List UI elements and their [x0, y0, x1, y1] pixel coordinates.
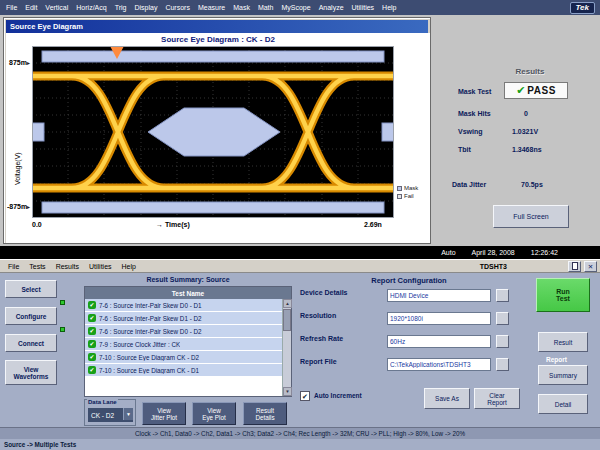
result-details-button[interactable]: Result Details	[243, 402, 287, 425]
summary-button[interactable]: Summary	[538, 365, 588, 385]
app-title: TDSHT3	[480, 263, 507, 270]
select-led-indicator	[60, 300, 65, 305]
menu-edit[interactable]: Edit	[21, 4, 41, 11]
menu-measure[interactable]: Measure	[194, 4, 229, 11]
test-selection-status-bar: Source -> Multiple Tests	[0, 439, 600, 450]
app-menu-file[interactable]: File	[3, 263, 24, 270]
result-summary-table: Test Name ✔ 7-6 : Source Inter-Pair Skew…	[84, 286, 292, 397]
connect-button[interactable]: Connect	[5, 334, 57, 352]
view-waveforms-button[interactable]: View Waveforms	[5, 360, 57, 385]
menu-trig[interactable]: Trig	[111, 4, 131, 11]
app-menu-tests[interactable]: Tests	[24, 263, 50, 270]
table-row[interactable]: ✔ 7-6 : Source Inter-Pair Skew D1 - D2	[85, 312, 283, 325]
table-row[interactable]: ✔ 7-6 : Source Inter-Pair Skew D0 - D1	[85, 299, 283, 312]
eye-diagram-plot	[32, 46, 394, 218]
report-file-field[interactable]	[387, 358, 491, 371]
acquisition-mode: Auto	[441, 249, 455, 256]
result-button[interactable]: Result	[538, 332, 588, 352]
tek-logo: Tek	[570, 2, 596, 14]
device-details-keypad-button[interactable]	[496, 289, 509, 302]
menu-file[interactable]: File	[2, 4, 21, 11]
auto-increment-label: Auto Increment	[314, 392, 362, 399]
menu-myscope[interactable]: MyScope	[277, 4, 314, 11]
configure-led-indicator	[60, 327, 65, 332]
arrow-right-icon: →	[156, 221, 163, 228]
device-details-field[interactable]	[387, 289, 491, 302]
mask-test-result-badge: ✔ PASS	[504, 82, 568, 99]
refresh-rate-keypad-button[interactable]	[496, 335, 509, 348]
table-scrollbar[interactable]: ▲ ▼	[282, 299, 291, 396]
app-main: Select Configure Connect View Waveforms …	[0, 273, 600, 427]
scope-menubar: File Edit Vertical Horiz/Acq Trig Displa…	[0, 0, 600, 15]
eye-window-titlebar[interactable]: Source Eye Diagram	[6, 20, 428, 33]
app-menu-results[interactable]: Results	[51, 263, 84, 270]
select-button[interactable]: Select	[5, 280, 57, 298]
resolution-keypad-button[interactable]	[496, 312, 509, 325]
menu-mask[interactable]: Mask	[229, 4, 254, 11]
data-lane-group: Data Lane CK - D2 ▼	[84, 399, 136, 426]
configure-button[interactable]: Configure	[5, 307, 57, 325]
table-row[interactable]: ✔ 7-6 : Source Inter-Pair Skew D0 - D2	[85, 325, 283, 338]
menu-math[interactable]: Math	[254, 4, 278, 11]
scrollbar-thumb[interactable]	[283, 309, 291, 331]
results-panel-title: Results	[480, 67, 580, 76]
pass-check-icon: ✔	[516, 85, 525, 96]
report-window-button[interactable]	[568, 261, 581, 272]
table-row[interactable]: ✔ 7-9 : Source Clock Jitter : CK	[85, 338, 283, 351]
channel-config-status-bar: Clock -> Ch1, Data0 -> Ch2, Data1 -> Ch3…	[0, 427, 600, 439]
refresh-rate-label: Refresh Rate	[300, 335, 343, 342]
app-menu-help[interactable]: Help	[117, 263, 141, 270]
fail-legend-label: Fail	[404, 193, 414, 199]
scroll-down-icon[interactable]: ▼	[283, 387, 292, 396]
device-details-label: Device Details	[300, 289, 347, 296]
y-axis-min-label: -875m	[7, 203, 27, 210]
menu-horiz-acq[interactable]: Horiz/Acq	[72, 4, 110, 11]
mask-legend-swatch	[397, 186, 402, 191]
close-button[interactable]: ✕	[584, 261, 597, 272]
scroll-up-icon[interactable]: ▲	[283, 299, 292, 308]
mask-test-label: Mask Test	[458, 88, 491, 95]
mask-legend-label: Mask	[404, 185, 418, 191]
document-icon	[572, 262, 578, 270]
x-axis-max-label: 2.69n	[364, 221, 382, 228]
channel-config-text: Clock -> Ch1, Data0 -> Ch2, Data1 -> Ch3…	[135, 430, 465, 437]
menu-analyze[interactable]: Analyze	[315, 4, 348, 11]
menu-utilities[interactable]: Utilities	[348, 4, 379, 11]
y-axis-title: Voltage(V)	[14, 152, 21, 185]
report-file-label: Report File	[300, 358, 337, 365]
mask-hits-label: Mask Hits	[458, 110, 491, 117]
view-eye-plot-button[interactable]: View Eye Plot	[192, 402, 236, 425]
menu-cursors[interactable]: Cursors	[161, 4, 194, 11]
auto-increment-checkbox[interactable]: ✔	[300, 391, 310, 401]
data-jitter-label: Data Jitter	[452, 181, 486, 188]
save-as-button[interactable]: Save As	[424, 388, 470, 409]
scope-status-bar: Auto April 28, 2008 12:26:42	[0, 246, 600, 259]
pass-check-icon: ✔	[88, 366, 96, 374]
table-row[interactable]: ✔ 7-10 : Source Eye Diagram CK - D2	[85, 351, 283, 364]
report-file-keypad-button[interactable]	[496, 358, 509, 371]
vswing-label: Vswing	[458, 128, 483, 135]
pass-check-icon: ✔	[88, 327, 96, 335]
refresh-rate-field[interactable]	[387, 335, 491, 348]
x-axis-title-text: Time(s)	[165, 221, 190, 228]
detail-button[interactable]: Detail	[538, 394, 588, 414]
full-screen-button[interactable]: Full Screen	[493, 205, 569, 228]
vswing-value: 1.0321V	[512, 128, 538, 135]
table-row[interactable]: ✔ 7-10 : Source Eye Diagram CK - D1	[85, 364, 283, 377]
view-jitter-plot-button[interactable]: View Jitter Plot	[142, 402, 186, 425]
data-lane-value: CK - D2	[91, 412, 114, 419]
run-test-button[interactable]: Run Test	[536, 278, 590, 312]
resolution-field[interactable]	[387, 312, 491, 325]
app-menubar: File Tests Results Utilities Help TDSHT3…	[0, 259, 600, 273]
clear-report-button[interactable]: Clear Report	[474, 388, 520, 409]
data-lane-dropdown[interactable]: CK - D2 ▼	[88, 408, 133, 422]
plot-title: Source Eye Diagram : CK - D2	[6, 35, 430, 44]
app-menu-utilities[interactable]: Utilities	[84, 263, 117, 270]
data-lane-label: Data Lane	[87, 399, 118, 405]
menu-help[interactable]: Help	[378, 4, 400, 11]
menu-display[interactable]: Display	[130, 4, 161, 11]
eye-diagram-window: Source Eye Diagram Source Eye Diagram : …	[3, 17, 431, 244]
menu-vertical[interactable]: Vertical	[41, 4, 72, 11]
chevron-down-icon[interactable]: ▼	[123, 408, 133, 420]
pass-text: PASS	[527, 85, 556, 96]
